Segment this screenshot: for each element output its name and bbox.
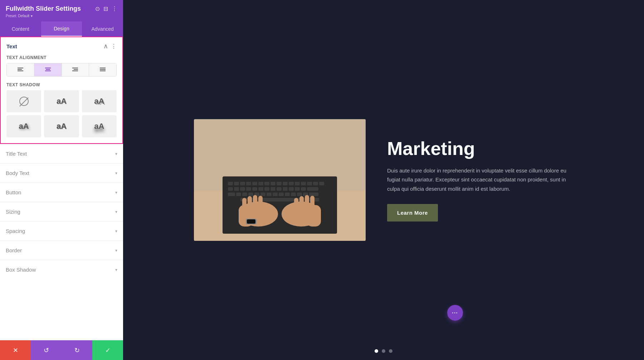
slide-text: Marketing Duis aute irure dolor in repre… <box>387 138 573 222</box>
svg-rect-31 <box>228 187 233 191</box>
border-chevron: ▾ <box>115 248 117 253</box>
left-panel: Fullwidth Slider Settings ⊙ ⊟ ⋮ Preset: … <box>0 0 123 360</box>
align-right[interactable] <box>62 63 89 76</box>
shadow-grid: aA aA aA aA aA <box>6 90 117 137</box>
alignment-options <box>6 63 117 77</box>
tab-design[interactable]: Design <box>41 21 82 37</box>
slider-dots <box>375 349 392 353</box>
shadow-option-1[interactable]: aA <box>44 90 79 112</box>
svg-rect-50 <box>260 193 265 196</box>
svg-rect-26 <box>295 182 300 185</box>
svg-rect-28 <box>307 182 312 185</box>
learn-more-button[interactable]: Learn More <box>387 204 438 222</box>
body-text-header[interactable]: Body Text ▾ <box>0 164 123 183</box>
redo-button[interactable]: ↻ <box>62 340 92 360</box>
svg-rect-67 <box>307 205 321 227</box>
svg-rect-69 <box>299 196 304 209</box>
dot-1[interactable] <box>375 349 378 353</box>
tab-content[interactable]: Content <box>0 21 41 37</box>
svg-rect-40 <box>283 187 288 191</box>
slide-image-svg <box>194 119 366 241</box>
slide-image <box>194 119 366 241</box>
section-spacing: Spacing ▾ <box>0 221 123 240</box>
undo-button[interactable]: ↺ <box>31 340 62 360</box>
spacing-header[interactable]: Spacing ▾ <box>0 222 123 240</box>
shadow-option-3[interactable]: aA <box>6 115 41 137</box>
shadow-option-5[interactable]: aA <box>82 115 117 137</box>
svg-rect-32 <box>234 187 239 191</box>
border-header[interactable]: Border ▾ <box>0 241 123 260</box>
shadow-preview-1: aA <box>57 97 67 106</box>
save-button[interactable]: ✓ <box>92 340 123 360</box>
title-text-header[interactable]: Title Text ▾ <box>0 144 123 163</box>
section-box-shadow: Box Shadow ▾ <box>0 260 123 279</box>
svg-rect-71 <box>310 196 314 209</box>
more-icon[interactable]: ⋮ <box>112 5 117 12</box>
shadow-preview-2: aA <box>94 97 104 106</box>
shadow-preview-4: aA <box>57 122 67 131</box>
align-left[interactable] <box>7 63 34 76</box>
svg-rect-25 <box>289 182 294 185</box>
svg-rect-34 <box>246 187 251 191</box>
grid-icon[interactable]: ⊟ <box>103 5 108 12</box>
button-header[interactable]: Button ▾ <box>0 183 123 202</box>
svg-rect-43 <box>301 187 306 191</box>
svg-rect-58 <box>309 193 318 196</box>
dot-2[interactable] <box>382 349 385 353</box>
shadow-label: Text Shadow <box>6 82 117 87</box>
cancel-button[interactable]: ✕ <box>0 340 31 360</box>
svg-rect-53 <box>279 193 284 196</box>
panel-header-icons: ⊙ ⊟ ⋮ <box>95 5 117 12</box>
svg-rect-47 <box>242 193 247 196</box>
align-center[interactable] <box>34 63 62 76</box>
svg-rect-46 <box>236 193 241 196</box>
svg-rect-15 <box>228 182 233 185</box>
section-collapse-icon[interactable]: ∧ <box>103 42 108 50</box>
tab-advanced[interactable]: Advanced <box>82 21 123 37</box>
shadow-option-4[interactable]: aA <box>44 115 79 137</box>
box-shadow-header[interactable]: Box Shadow ▾ <box>0 260 123 279</box>
box-shadow-label: Box Shadow <box>6 267 36 273</box>
svg-rect-27 <box>301 182 306 185</box>
shadow-option-2[interactable]: aA <box>82 90 117 112</box>
text-section-title: Text <box>6 43 17 49</box>
section-sizing: Sizing ▾ <box>0 202 123 221</box>
align-justify[interactable] <box>89 63 116 76</box>
shadow-option-none[interactable] <box>6 90 41 112</box>
svg-rect-41 <box>289 187 294 191</box>
svg-rect-73 <box>247 219 255 224</box>
section-body-text: Body Text ▾ <box>0 163 123 183</box>
text-section: Text ∧ ⋮ Text Alignment <box>0 37 123 144</box>
spacing-chevron: ▾ <box>115 229 117 234</box>
slide-body: Duis aute irure dolor in reprehenderit i… <box>387 166 573 194</box>
button-chevron: ▾ <box>115 190 117 195</box>
svg-rect-55 <box>291 193 296 196</box>
sizing-chevron: ▾ <box>115 209 117 214</box>
panel-body: Text ∧ ⋮ Text Alignment <box>0 37 123 340</box>
section-options-icon[interactable]: ⋮ <box>111 43 117 50</box>
dot-3[interactable] <box>389 349 392 353</box>
sizing-header[interactable]: Sizing ▾ <box>0 202 123 221</box>
svg-rect-30 <box>319 182 324 185</box>
svg-rect-33 <box>240 187 245 191</box>
shadow-preview-5: aA <box>94 122 104 131</box>
svg-rect-68 <box>294 198 298 209</box>
focus-icon[interactable]: ⊙ <box>95 5 100 12</box>
section-border: Border ▾ <box>0 240 123 260</box>
svg-rect-16 <box>234 182 239 185</box>
spacing-label: Spacing <box>6 228 25 234</box>
bottom-bar: ✕ ↺ ↻ ✓ <box>0 340 123 360</box>
fab-button[interactable]: ●●● <box>447 305 463 321</box>
border-label: Border <box>6 247 22 253</box>
text-section-header[interactable]: Text ∧ ⋮ <box>1 37 122 55</box>
alignment-label: Text Alignment <box>6 55 117 60</box>
sizing-label: Sizing <box>6 209 20 215</box>
svg-rect-65 <box>258 196 263 209</box>
box-shadow-chevron: ▾ <box>115 267 117 272</box>
fab-icon: ●●● <box>452 312 458 314</box>
title-text-chevron: ▾ <box>115 151 117 156</box>
svg-rect-17 <box>240 182 245 185</box>
preset-label[interactable]: Preset: Default ▾ <box>6 14 117 18</box>
svg-rect-20 <box>258 182 263 185</box>
panel-title: Fullwidth Slider Settings <box>6 5 81 13</box>
